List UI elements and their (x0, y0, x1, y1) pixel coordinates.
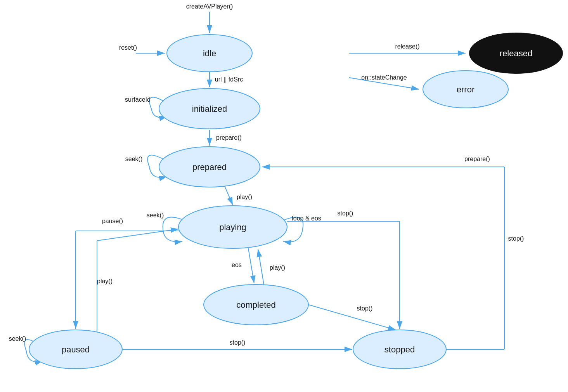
label-stop2: stop() (357, 305, 373, 312)
svg-line-8 (248, 248, 254, 283)
label-paused: paused (62, 345, 90, 354)
label-reset: reset() (119, 44, 137, 51)
svg-line-9 (258, 249, 264, 284)
label-playing: playing (219, 222, 246, 232)
label-error: error (457, 85, 474, 94)
label-url-fdsrc: url || fdSrc (215, 76, 243, 83)
label-stop1: stop() (230, 339, 246, 346)
label-play1: play() (237, 194, 252, 200)
svg-line-15 (308, 305, 396, 330)
label-createAVPlayer: createAVPlayer() (186, 3, 233, 10)
label-seek1: seek() (125, 156, 142, 162)
label-on-statechange: on::stateChange (361, 74, 407, 81)
label-released: released (500, 49, 532, 58)
label-stop4: stop() (508, 235, 524, 242)
label-initialized: initialized (192, 104, 227, 114)
label-idle: idle (203, 49, 216, 58)
label-surfaceId: surfaceId (125, 96, 151, 103)
label-pause: pause() (102, 218, 123, 224)
label-stopped: stopped (384, 345, 415, 354)
label-prepared: prepared (192, 162, 227, 172)
label-prepare1: prepare() (216, 134, 242, 141)
label-seek3: seek() (9, 335, 26, 342)
label-completed: completed (236, 300, 276, 310)
label-prepare2: prepare() (464, 156, 490, 162)
label-play3: play() (270, 264, 285, 271)
label-release: release() (395, 43, 419, 50)
label-play2: play() (97, 278, 113, 284)
label-seek2: seek() (147, 212, 164, 219)
label-stop3: stop() (338, 210, 353, 217)
label-loop-eos: loop & eos (292, 215, 321, 222)
label-eos: eos (232, 262, 242, 268)
svg-line-7 (225, 187, 233, 205)
